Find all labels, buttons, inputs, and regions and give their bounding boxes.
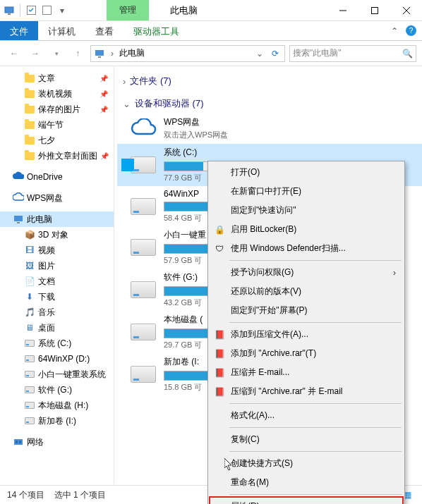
menu-item[interactable]: 固定到"快速访问": [210, 201, 403, 220]
tree-label: WPS网盘: [27, 192, 63, 204]
back-button[interactable]: ←: [6, 45, 23, 62]
tree-item[interactable]: 装机视频📌: [0, 86, 114, 102]
menu-item[interactable]: 📕压缩并 E-mail...: [210, 363, 403, 382]
search-input[interactable]: 搜索"此电脑" 🔍: [289, 45, 416, 62]
tree-item[interactable]: 外推文章封面图📌: [0, 148, 114, 164]
tree-item[interactable]: 此电脑: [0, 211, 114, 227]
file-tab[interactable]: 文件: [0, 21, 38, 40]
selected-count: 选中 1 个项目: [54, 489, 106, 501]
ribbon: 文件 计算机 查看 驱动器工具 ⌃ ?: [0, 21, 422, 41]
tree-label: 3D 对象: [38, 229, 68, 241]
svg-rect-9: [98, 56, 101, 58]
refresh-icon[interactable]: ⟳: [269, 49, 282, 59]
tree-item[interactable]: 七夕: [0, 133, 114, 148]
tree-item[interactable]: 本地磁盘 (H:): [0, 398, 114, 413]
menu-item[interactable]: 固定到"开始"屏幕(P): [210, 301, 403, 320]
tree-item[interactable]: ⬇下载: [0, 289, 114, 305]
menu-item[interactable]: 格式化(A)...: [210, 406, 403, 425]
help-icon[interactable]: ?: [406, 25, 416, 36]
menu-item[interactable]: 🔒启用 BitLocker(B): [210, 220, 403, 239]
checkbox-empty-icon[interactable]: [40, 4, 53, 17]
drive-icon: [128, 235, 158, 260]
checkbox-checked-icon[interactable]: [25, 4, 37, 17]
section-title: 设备和驱动器 (7): [135, 97, 204, 110]
tree-icon: [13, 192, 24, 204]
tree-item[interactable]: 文章📌: [0, 70, 114, 86]
search-placeholder: 搜索"此电脑": [293, 47, 399, 59]
menu-item[interactable]: 📕添加到压缩文件(A)...: [210, 325, 403, 344]
tree-item[interactable]: 🖼图片: [0, 258, 114, 273]
menu-item[interactable]: 重命名(M): [210, 473, 403, 492]
tree-item[interactable]: 软件 (G:): [0, 382, 114, 398]
tree-label: 文档: [38, 276, 55, 288]
menu-item[interactable]: 授予访问权限(G)›: [210, 263, 403, 282]
menu-label: 压缩到 "Archive.rar" 并 E-mail: [231, 386, 343, 398]
menu-item[interactable]: 📕压缩到 "Archive.rar" 并 E-mail: [210, 382, 403, 401]
menu-item[interactable]: 打开(O): [210, 163, 403, 182]
tree-icon: [24, 353, 35, 364]
menu-label: 授予访问权限(G): [231, 266, 294, 278]
menu-separator: [229, 403, 402, 404]
drive-icon: [128, 152, 158, 178]
address-bar[interactable]: › 此电脑 ⌄ ⟳: [90, 45, 285, 62]
menu-item[interactable]: 创建快捷方式(S): [210, 454, 403, 473]
tree-item[interactable]: 小白一键重装系统: [0, 367, 114, 382]
tree-item[interactable]: 保存的图片📌: [0, 102, 114, 117]
context-menu: 打开(O)在新窗口中打开(E)固定到"快速访问"🔒启用 BitLocker(B)…: [207, 161, 405, 504]
chevron-right-icon[interactable]: ›: [108, 49, 116, 59]
drive-tools-tab[interactable]: 驱动器工具: [123, 21, 189, 40]
tree-item[interactable]: OneDrive: [0, 169, 114, 185]
tree-item[interactable]: 📦3D 对象: [0, 227, 114, 242]
tree-label: 保存的图片: [38, 104, 80, 116]
drives-section-header[interactable]: ⌄ 设备和驱动器 (7): [117, 94, 422, 113]
menu-item[interactable]: 🛡使用 Windows Defender扫描...: [210, 239, 403, 258]
menu-item[interactable]: 属性(R): [210, 497, 403, 504]
svg-rect-5: [371, 7, 378, 13]
tree-item[interactable]: 🎵音乐: [0, 305, 114, 320]
menu-label: 格式化(A)...: [231, 410, 275, 422]
menu-label: 属性(R): [231, 500, 260, 504]
tree-item[interactable]: 网络: [0, 434, 114, 450]
tree-item[interactable]: 64WinXP (D:): [0, 351, 114, 367]
tree-item[interactable]: 🖥桌面: [0, 320, 114, 336]
wps-cloud-entry[interactable]: WPS网盘 双击进入WPS网盘: [117, 113, 422, 144]
menu-item[interactable]: 在新窗口中打开(E): [210, 182, 403, 201]
ribbon-collapse-icon[interactable]: ⌃: [389, 25, 400, 37]
tree-item[interactable]: 端午节: [0, 117, 114, 133]
tree-icon: [13, 214, 24, 225]
tree-icon: [24, 400, 35, 411]
menu-item[interactable]: 还原以前的版本(V): [210, 282, 403, 301]
tree-item[interactable]: 📄文档: [0, 273, 114, 289]
tree-item[interactable]: 系统 (C:): [0, 336, 114, 351]
menu-label: 重命名(M): [231, 477, 269, 488]
menu-item[interactable]: 复制(C): [210, 430, 403, 449]
rar-icon: 📕: [214, 329, 225, 340]
folders-section-header[interactable]: › 文件夹 (7): [117, 72, 422, 90]
recent-dropdown[interactable]: ▾: [48, 45, 65, 62]
nav-tree[interactable]: 文章📌装机视频📌保存的图片📌端午节七夕外推文章封面图📌OneDriveWPS网盘…: [0, 66, 114, 484]
qat-dropdown-icon[interactable]: ▾: [56, 4, 68, 17]
tree-label: 小白一键重装系统: [38, 369, 106, 381]
tree-label: 视频: [38, 245, 55, 257]
minimize-button[interactable]: [327, 0, 358, 21]
menu-item[interactable]: 📕添加到 "Archive.rar"(T): [210, 344, 403, 363]
svg-rect-11: [17, 222, 20, 223]
close-button[interactable]: [390, 0, 422, 21]
computer-tab[interactable]: 计算机: [38, 21, 85, 40]
manage-tab[interactable]: 管理: [107, 0, 149, 20]
view-tab[interactable]: 查看: [85, 21, 123, 40]
svg-rect-13: [16, 441, 18, 443]
address-dropdown-icon[interactable]: ⌄: [253, 49, 266, 59]
menu-label: 压缩并 E-mail...: [231, 367, 289, 379]
forward-button[interactable]: →: [27, 45, 44, 62]
menu-label: 在新窗口中打开(E): [231, 185, 301, 197]
tree-icon: 🎞: [24, 245, 35, 256]
tree-item[interactable]: 🎞视频: [0, 242, 114, 258]
tree-label: 图片: [38, 260, 55, 272]
rar-icon: 📕: [214, 367, 225, 379]
tree-item[interactable]: WPS网盘: [0, 190, 114, 206]
tree-item[interactable]: 新加卷 (I:): [0, 413, 114, 429]
maximize-button[interactable]: [358, 0, 390, 21]
up-button[interactable]: ↑: [69, 45, 86, 62]
menu-label: 复制(C): [231, 434, 260, 445]
